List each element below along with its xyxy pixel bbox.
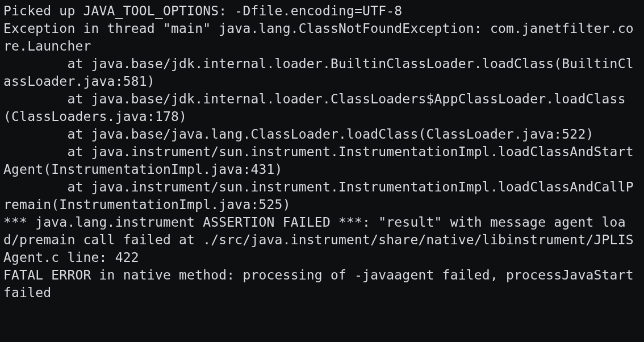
terminal-line: at java.base/jdk.internal.loader.ClassLo… [3, 91, 626, 124]
terminal-line: at java.instrument/sun.instrument.Instru… [3, 180, 634, 212]
terminal-line: *** java.lang.instrument ASSERTION FAILE… [3, 215, 634, 265]
terminal-line: at java.base/java.lang.ClassLoader.loadC… [3, 127, 594, 141]
terminal-line: at java.base/jdk.internal.loader.Builtin… [3, 56, 634, 89]
terminal-output[interactable]: Picked up JAVA_TOOL_OPTIONS: -Dfile.enco… [0, 0, 644, 342]
terminal-line: at java.instrument/sun.instrument.Instru… [3, 144, 634, 177]
terminal-line: Picked up JAVA_TOOL_OPTIONS: -Dfile.enco… [3, 3, 402, 18]
terminal-line: FATAL ERROR in native method: processing… [3, 268, 642, 300]
terminal-line: Exception in thread "main" java.lang.Cla… [3, 21, 634, 53]
